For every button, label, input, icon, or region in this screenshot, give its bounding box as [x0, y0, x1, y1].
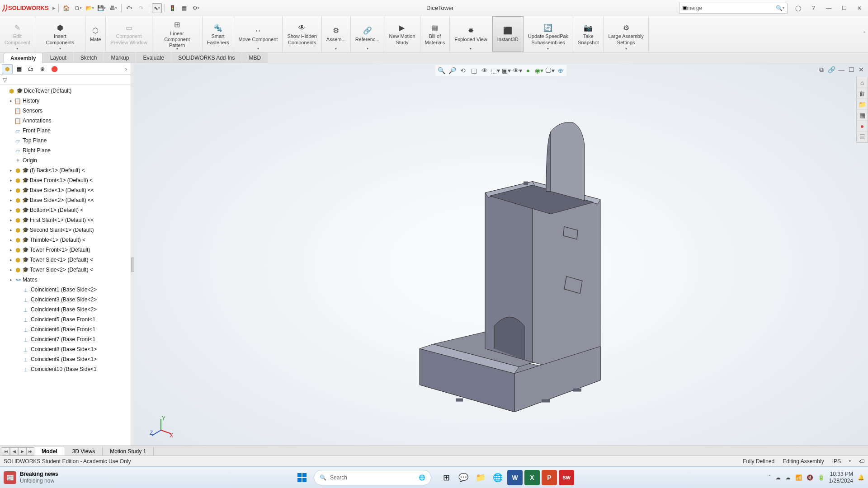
- tree-item[interactable]: ▸📋History: [0, 96, 131, 106]
- tree-item[interactable]: ⟂Coincident5 (Base Front<1: [0, 314, 131, 324]
- expand-icon[interactable]: ▸: [8, 188, 14, 192]
- tree-item[interactable]: ▸⬢🎓Base Side<1> (Default) <<: [0, 185, 131, 195]
- first-sheet-icon[interactable]: ⏮: [2, 447, 10, 455]
- expand-icon[interactable]: ▸: [8, 99, 14, 103]
- property-manager-tab[interactable]: ▦: [14, 64, 24, 74]
- task-view-icon[interactable]: ⊞: [439, 470, 454, 485]
- expand-icon[interactable]: ▸: [8, 198, 14, 202]
- tree-item[interactable]: ⟂Coincident6 (Base Front<1: [0, 324, 131, 334]
- tree-item[interactable]: 📋Sensors: [0, 106, 131, 116]
- tp-resources-icon[interactable]: ⌂: [857, 77, 868, 88]
- tree-root[interactable]: ⬢🎓DiceTower (Default): [0, 86, 131, 96]
- search-input[interactable]: [687, 5, 776, 11]
- expand-icon[interactable]: ▸: [8, 218, 14, 222]
- new-button[interactable]: 🗋▾: [73, 3, 83, 13]
- notifications-icon[interactable]: 🔔: [858, 474, 864, 481]
- render-tools-icon[interactable]: ⊕: [556, 66, 566, 75]
- tab-layout[interactable]: Layout: [43, 52, 73, 63]
- display-style-icon[interactable]: ▣▾: [501, 66, 511, 75]
- tree-item[interactable]: ⟂Coincident1 (Base Side<2>: [0, 285, 131, 295]
- tree-item[interactable]: ▸⬢🎓Bottom<1> (Default) <: [0, 205, 131, 215]
- search-box[interactable]: ▣ 🔍 ▾: [679, 3, 788, 14]
- tree-item[interactable]: ▸⬢🎓Base Side<2> (Default) <<: [0, 195, 131, 205]
- ribbon-update-speedpak-subassemblies[interactable]: 🔄Update SpeedPakSubassemblies▾: [524, 16, 573, 52]
- tab-mbd[interactable]: MBD: [242, 52, 268, 63]
- bottom-tab-3d-views[interactable]: 3D Views: [65, 447, 103, 456]
- tree-item[interactable]: ▱Right Plane: [0, 145, 131, 155]
- bottom-tab-model[interactable]: Model: [34, 447, 65, 456]
- next-sheet-icon[interactable]: ▶: [18, 447, 26, 455]
- tp-design-library-icon[interactable]: 🗑: [857, 88, 868, 99]
- status-dd-icon[interactable]: ▾: [849, 459, 851, 463]
- weather-tray-icon[interactable]: ☁: [785, 474, 791, 481]
- word-icon[interactable]: W: [507, 470, 523, 485]
- close-button[interactable]: ✕: [853, 3, 866, 14]
- sidebar-expand-icon[interactable]: ›: [123, 66, 129, 72]
- edit-appearance-icon[interactable]: ●: [523, 66, 533, 75]
- maximize-button[interactable]: ☐: [837, 3, 851, 14]
- tray-up-icon[interactable]: ˆ: [769, 474, 771, 481]
- tree-item[interactable]: ▸⬢🎓(f) Back<1> (Default) <: [0, 165, 131, 175]
- tree-item[interactable]: ⟂Coincident4 (Base Side<2>: [0, 305, 131, 314]
- ribbon-move-component[interactable]: ↔Move Component▾: [234, 16, 283, 52]
- expand-icon[interactable]: ▸: [8, 258, 14, 262]
- tab-solidworks-add-ins[interactable]: SOLIDWORKS Add-Ins: [171, 52, 241, 63]
- previous-view-icon[interactable]: ⟲: [458, 66, 468, 75]
- tp-file-explorer-icon[interactable]: 📁: [857, 99, 868, 110]
- tp-view-palette-icon[interactable]: ▦: [857, 110, 868, 121]
- search-dropdown-icon[interactable]: ▾: [783, 6, 784, 10]
- tree-item[interactable]: ▸⬢🎓First Slant<1> (Default) <<: [0, 215, 131, 225]
- wifi-icon[interactable]: 📶: [795, 474, 802, 481]
- search-icon[interactable]: 🔍: [776, 5, 783, 11]
- display-manager-tab[interactable]: 🔴: [49, 64, 60, 74]
- vp-maximize-icon[interactable]: ☐: [846, 65, 856, 74]
- clock[interactable]: 10:33 PM 1/28/2024: [829, 471, 853, 484]
- save-button[interactable]: 💾▾: [97, 3, 107, 13]
- tree-item[interactable]: ▸⬢🎓Base Front<1> (Default) <: [0, 175, 131, 185]
- tree-item[interactable]: ⟂Coincident8 (Base Side<1>: [0, 344, 131, 354]
- tree-item[interactable]: ⟂Coincident9 (Base Side<1>: [0, 354, 131, 364]
- vp-split-icon[interactable]: ⧉: [816, 65, 826, 74]
- redo-button[interactable]: ↷: [136, 3, 146, 13]
- tree-item[interactable]: ▸⬢🎓Tower Side<1> (Default) <: [0, 255, 131, 265]
- tree-item[interactable]: ⟂Coincident7 (Base Front<1: [0, 334, 131, 344]
- orientation-triad[interactable]: Y X Z: [150, 417, 172, 439]
- tree-item[interactable]: ▸⬢🎓Tower Side<2> (Default) <: [0, 265, 131, 275]
- print-button[interactable]: 🖶▾: [108, 3, 118, 13]
- dropdown-icon[interactable]: ▾: [176, 47, 178, 51]
- vp-link-icon[interactable]: 🔗: [826, 65, 836, 74]
- edge-icon[interactable]: 🌐: [490, 470, 505, 485]
- select-button[interactable]: ⬉▾: [152, 3, 162, 13]
- viewport[interactable]: 🔍 🔎 ⟲ ◫ 👁 ⬚▾ ▣▾ 👁▾ ● ◉▾ 🖵▾ ⊕ ⧉ 🔗 — ☐ ✕ ⌂…: [134, 63, 868, 466]
- tree-item[interactable]: ▱Front Plane: [0, 126, 131, 136]
- tp-custom-props-icon[interactable]: ☰: [857, 131, 868, 142]
- home-button[interactable]: 🏠: [61, 3, 71, 13]
- section-view-icon[interactable]: ◫: [469, 66, 479, 75]
- hide-show-icon[interactable]: 👁▾: [512, 66, 522, 75]
- logo-arrow-icon[interactable]: ▶: [52, 6, 56, 10]
- expand-icon[interactable]: ▸: [8, 267, 14, 272]
- prev-sheet-icon[interactable]: ◀: [10, 447, 18, 455]
- view-orientation-icon[interactable]: ⬚▾: [491, 66, 500, 75]
- tab-evaluate[interactable]: Evaluate: [136, 52, 171, 63]
- start-button[interactable]: [294, 469, 310, 486]
- config-manager-tab[interactable]: 🗂: [25, 64, 36, 74]
- last-sheet-icon[interactable]: ⏭: [26, 447, 34, 455]
- tree-item[interactable]: ⟂Coincident10 (Base Side<1: [0, 364, 131, 374]
- dropdown-icon[interactable]: ▾: [335, 47, 337, 51]
- tree-item[interactable]: ▸⬢🎓Tower Front<1> (Default): [0, 245, 131, 255]
- ribbon-exploded-view[interactable]: ✸Exploded View▾: [450, 16, 492, 52]
- expand-icon[interactable]: ▸: [8, 277, 14, 282]
- dropdown-icon[interactable]: ▾: [547, 47, 549, 51]
- ribbon-bill-of-materials[interactable]: ▦Bill ofMaterials: [420, 16, 450, 52]
- ribbon-large-assembly-settings[interactable]: ⚙Large AssemblySettings▾: [604, 16, 649, 52]
- feature-tree[interactable]: ⬢🎓DiceTower (Default) ▸📋History📋Sensors📋…: [0, 85, 131, 459]
- dropdown-icon[interactable]: ▾: [470, 47, 472, 51]
- news-widget[interactable]: 📰 Breaking news Unfolding now: [4, 471, 58, 484]
- ribbon-mate[interactable]: ⬡Mate: [85, 16, 106, 52]
- tree-item[interactable]: 📋Annotations: [0, 116, 131, 126]
- battery-icon[interactable]: 🔋: [818, 474, 825, 481]
- settings-button[interactable]: ⚙▾: [191, 3, 201, 13]
- tree-item[interactable]: ▸⬢🎓Thimble<1> (Default) <: [0, 235, 131, 245]
- rebuild-button[interactable]: 🚦: [168, 3, 178, 13]
